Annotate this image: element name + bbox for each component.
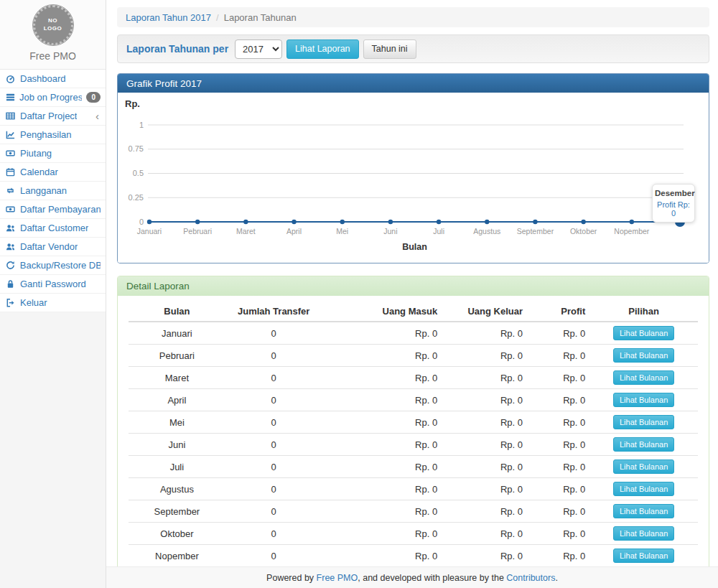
lihat-bulanan-button[interactable]: Lihat Bulanan	[613, 482, 674, 496]
lihat-bulanan-button[interactable]: Lihat Bulanan	[613, 549, 674, 563]
x-tick-label: Oktober	[570, 227, 597, 235]
x-tick-label: September	[517, 227, 554, 235]
detail-table: Bulan Jumlah Transfer Uang Masuk Uang Ke…	[129, 302, 698, 588]
sidebar-item-daftar-vendor[interactable]: Daftar Vendor	[0, 238, 106, 256]
x-tick-label: Juli	[433, 227, 444, 235]
year-select[interactable]: 2017	[235, 39, 282, 59]
col-bulan: Bulan	[129, 302, 225, 322]
app-name: Free PMO	[0, 45, 106, 69]
tasks-icon	[6, 93, 15, 102]
lihat-bulanan-button[interactable]: Lihat Bulanan	[613, 415, 674, 429]
table-header-row: Bulan Jumlah Transfer Uang Masuk Uang Ke…	[129, 302, 698, 322]
sidebar-item-ganti-password[interactable]: Ganti Password	[0, 275, 106, 294]
breadcrumb-separator: /	[216, 12, 219, 23]
x-tick-label: Maret	[236, 227, 256, 235]
sidebar-item-piutang[interactable]: Piutang	[0, 144, 106, 163]
profit-chart-svg: 00.250.50.751JanuariPebruariMaretAprilMe…	[118, 93, 709, 263]
calendar-icon	[6, 167, 16, 177]
report-filter-bar: Laporan Tahunan per 2017 Lihat Laporan T…	[117, 34, 709, 63]
lihat-bulanan-button[interactable]: Lihat Bulanan	[613, 326, 674, 340]
breadcrumb-link[interactable]: Laporan Tahun 2017	[126, 12, 211, 23]
x-tick-label: Januari	[137, 227, 162, 235]
footer-text: .	[555, 573, 557, 583]
refresh-icon	[6, 261, 16, 270]
y-tick-label: 1	[139, 121, 144, 129]
retweet-icon	[6, 186, 16, 195]
profit-chart: Rp. 00.250.50.751JanuariPebruariMaretApr…	[118, 93, 709, 263]
data-point	[147, 220, 151, 224]
table-row: Mei 0 Rp. 0 Rp. 0 Rp. 0 Lihat Bulanan	[129, 411, 698, 434]
sidebar-item-backup-restore-db[interactable]: Backup/Restore DB	[0, 256, 106, 275]
tahun-ini-button[interactable]: Tahun ini	[363, 39, 416, 59]
sidebar: NO LOGO Free PMO Dashboard Job on Progre…	[0, 0, 106, 588]
col-jumlah-transfer: Jumlah Transfer	[225, 302, 322, 322]
table-row: Nopember 0 Rp. 0 Rp. 0 Rp. 0 Lihat Bulan…	[129, 545, 698, 567]
lihat-bulanan-button[interactable]: Lihat Bulanan	[613, 393, 674, 407]
data-point	[388, 220, 393, 224]
footer: Powered by Free PMO, and developed with …	[106, 566, 718, 588]
sidebar-item-daftar-customer[interactable]: Daftar Customer	[0, 219, 106, 238]
chart-tooltip: Desember Profit Rp: 0	[652, 184, 695, 223]
footer-text: Powered by	[266, 573, 316, 583]
data-point	[243, 220, 248, 224]
x-tick-label: April	[286, 227, 302, 235]
y-tick-label: 0	[139, 218, 144, 226]
y-tick-label: 0.25	[129, 193, 144, 202]
data-point	[581, 220, 585, 224]
data-point	[340, 220, 345, 224]
logo-panel: NO LOGO Free PMO	[0, 0, 106, 70]
x-axis-label: Bulan	[402, 242, 427, 252]
table-row: Januari 0 Rp. 0 Rp. 0 Rp. 0 Lihat Bulana…	[129, 322, 698, 345]
detail-report-panel: Detail Laporan Bulan Jumlah Transfer Uan…	[117, 276, 709, 588]
app-logo: NO LOGO	[33, 5, 73, 45]
table-row: Juli 0 Rp. 0 Rp. 0 Rp. 0 Lihat Bulanan	[129, 456, 698, 478]
lihat-bulanan-button[interactable]: Lihat Bulanan	[613, 348, 674, 363]
lihat-bulanan-button[interactable]: Lihat Bulanan	[613, 459, 674, 474]
users-icon	[6, 223, 16, 233]
data-point	[533, 220, 537, 224]
sidebar-item-daftar-pembayaran[interactable]: Daftar Pembayaran	[0, 200, 106, 219]
table-row: April 0 Rp. 0 Rp. 0 Rp. 0 Lihat Bulanan	[129, 389, 698, 411]
lihat-bulanan-button[interactable]: Lihat Bulanan	[613, 370, 674, 385]
x-tick-label: Mei	[336, 227, 348, 235]
line-chart-icon	[6, 130, 16, 139]
logo-text: NO LOGO	[42, 17, 65, 33]
users-icon	[6, 242, 16, 251]
sidebar-item-job-on-progress[interactable]: Job on Progress 0	[0, 88, 106, 107]
col-uang-masuk: Uang Masuk	[322, 302, 442, 322]
x-tick-label: Agustus	[473, 227, 500, 235]
col-profit: Profit	[527, 302, 589, 322]
data-point	[195, 220, 200, 224]
money-icon	[6, 205, 16, 214]
lock-icon	[6, 279, 16, 289]
lihat-bulanan-button[interactable]: Lihat Bulanan	[613, 437, 674, 452]
detail-table-body: Bulan Jumlah Transfer Uang Masuk Uang Ke…	[118, 296, 709, 588]
data-point	[292, 220, 296, 224]
lihat-bulanan-button[interactable]: Lihat Bulanan	[613, 526, 674, 541]
sidebar-item-keluar[interactable]: Keluar	[0, 294, 106, 312]
table-row: Juni 0 Rp. 0 Rp. 0 Rp. 0 Lihat Bulanan	[129, 434, 698, 456]
col-pilihan: Pilihan	[589, 302, 698, 322]
chart-panel-title: Grafik Profit 2017	[118, 74, 709, 93]
sidebar-item-penghasilan[interactable]: Penghasilan	[0, 126, 106, 144]
lihat-bulanan-button[interactable]: Lihat Bulanan	[613, 504, 674, 518]
profit-chart-panel: Grafik Profit 2017 Rp. 00.250.50.751Janu…	[117, 73, 709, 263]
footer-freepmo-link[interactable]: Free PMO	[317, 573, 358, 583]
x-tick-label: Juni	[383, 227, 397, 235]
footer-contributors-link[interactable]: Contributors	[506, 573, 555, 583]
footer-text: , and developed with pleasure by the	[358, 573, 506, 583]
table-row: Maret 0 Rp. 0 Rp. 0 Rp. 0 Lihat Bulanan	[129, 367, 698, 389]
lihat-laporan-button[interactable]: Lihat Laporan	[286, 39, 358, 59]
sidebar-item-calendar[interactable]: Calendar	[0, 163, 106, 182]
sidebar-item-daftar-project[interactable]: Daftar Project ‹	[0, 107, 106, 126]
sidebar-item-dashboard[interactable]: Dashboard	[0, 70, 106, 88]
table-icon	[6, 111, 16, 121]
main-content: Laporan Tahun 2017 / Laporan Tahunan Lap…	[106, 0, 718, 588]
breadcrumb: Laporan Tahun 2017 / Laporan Tahunan	[117, 7, 709, 27]
data-point	[485, 220, 489, 224]
table-row: Oktober 0 Rp. 0 Rp. 0 Rp. 0 Lihat Bulana…	[129, 523, 698, 545]
x-tick-label: Pebruari	[183, 227, 212, 235]
sidebar-item-langganan[interactable]: Langganan	[0, 182, 106, 200]
tooltip-value: Profit Rp: 0	[655, 200, 692, 218]
table-row: Pebruari 0 Rp. 0 Rp. 0 Rp. 0 Lihat Bulan…	[129, 345, 698, 367]
